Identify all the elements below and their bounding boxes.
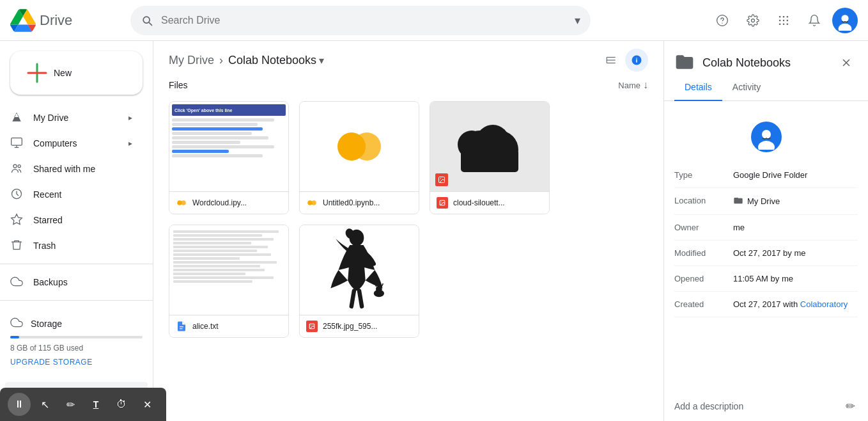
- detail-tabs: Details Activity: [664, 74, 868, 101]
- svg-point-31: [181, 200, 186, 205]
- search-input[interactable]: [161, 15, 567, 26]
- file-footer-255fk: 255fk.jpg_595...: [300, 315, 419, 337]
- svg-point-54: [311, 325, 311, 326]
- sidebar-item-backups-label: Backups: [33, 277, 68, 287]
- detail-panel-close-button[interactable]: [835, 51, 858, 74]
- detail-row-location: Location My Drive: [674, 188, 858, 215]
- list-view-button[interactable]: [600, 49, 623, 72]
- file-name-wordcloud: Wordcloud.ipy...: [192, 198, 282, 207]
- detail-panel: Colab Notebooks Details Activity: [663, 41, 868, 421]
- files-header: Files Name ↓: [169, 79, 648, 91]
- sidebar-item-shared[interactable]: Shared with me: [0, 156, 143, 182]
- info-button[interactable]: [625, 49, 648, 72]
- file-card-cloud[interactable]: cloud-silouett...: [430, 101, 550, 214]
- info-icon: [631, 54, 642, 66]
- sidebar-divider-2: [0, 300, 153, 301]
- file-footer-cloud: cloud-silouett...: [430, 191, 549, 214]
- svg-point-9: [783, 23, 785, 25]
- sort-label: Name: [618, 81, 640, 90]
- edit-description-icon[interactable]: ✏: [843, 397, 858, 416]
- colab-file-icon-1: [176, 197, 187, 209]
- sidebar-item-starred-label: Starred: [33, 215, 63, 225]
- list-view-icon: [605, 54, 617, 66]
- svg-point-12: [841, 15, 848, 22]
- notifications-button[interactable]: [802, 8, 827, 33]
- people-icon: [10, 162, 23, 177]
- file-name-255fk: 255fk.jpg_595...: [323, 322, 412, 331]
- created-link[interactable]: Colaboratory: [800, 299, 848, 309]
- detail-row-type: Type Google Drive Folder: [674, 163, 858, 188]
- sidebar: New My Drive ▸: [0, 41, 153, 421]
- detail-content: Type Google Drive Folder Location My Dri…: [664, 163, 868, 386]
- new-plus-icon: [26, 61, 49, 84]
- file-footer-untitled: Untitled0.ipynb...: [300, 191, 419, 214]
- help-button[interactable]: [709, 8, 735, 33]
- sidebar-item-backups[interactable]: Backups: [0, 269, 143, 295]
- opened-value: 11:05 AM by me: [733, 274, 858, 283]
- toolbar-close-button[interactable]: ✕: [136, 393, 159, 416]
- user-avatar[interactable]: [832, 8, 858, 33]
- new-button[interactable]: New: [10, 51, 143, 95]
- file-thumbnail-cloud: [430, 102, 549, 191]
- apps-button[interactable]: [771, 8, 796, 33]
- storage-title[interactable]: Storage: [10, 316, 143, 331]
- toolbar-cursor-button[interactable]: ↖: [33, 393, 56, 416]
- type-label: Type: [674, 170, 725, 180]
- sidebar-divider: [0, 264, 153, 264]
- toolbar-highlight-button[interactable]: T: [84, 393, 107, 416]
- toolbar-pause-button[interactable]: ⏸: [8, 393, 31, 416]
- close-icon: [841, 57, 852, 68]
- svg-point-35: [311, 200, 316, 205]
- location-label: Location: [674, 196, 725, 207]
- toolbar-pen-button[interactable]: ✏: [59, 393, 82, 416]
- logo-text: Drive: [40, 12, 72, 29]
- file-card-255fk[interactable]: 255fk.jpg_595...: [299, 225, 419, 338]
- detail-panel-header: Colab Notebooks: [664, 41, 868, 74]
- storage-cloud-icon: [10, 316, 23, 331]
- tab-activity[interactable]: Activity: [722, 74, 771, 101]
- sidebar-item-recent[interactable]: Recent: [0, 182, 143, 207]
- settings-button[interactable]: [740, 8, 766, 33]
- file-grid: Click 'Open' above this line: [169, 101, 648, 338]
- logo-area: Drive: [10, 8, 125, 33]
- tab-activity-label: Activity: [732, 82, 761, 92]
- expand-icon: ▸: [128, 113, 132, 122]
- multicolor-plus-icon: [26, 61, 49, 84]
- svg-point-7: [787, 19, 789, 21]
- breadcrumb-current[interactable]: Colab Notebooks ▾: [228, 54, 324, 67]
- svg-point-44: [441, 202, 442, 202]
- files-title: Files: [169, 80, 188, 90]
- colab-logo-large: [334, 121, 385, 172]
- sidebar-item-starred[interactable]: Starred: [0, 207, 143, 233]
- storage-bar-bg: [10, 336, 143, 338]
- svg-point-42: [440, 179, 442, 180]
- sidebar-item-computers-label: Computers: [33, 138, 77, 148]
- file-card-wordcloud[interactable]: Click 'Open' above this line: [169, 101, 289, 214]
- file-card-untitled[interactable]: Untitled0.ipynb...: [299, 101, 419, 214]
- tab-details[interactable]: Details: [674, 74, 722, 101]
- new-button-label: New: [54, 68, 72, 78]
- detail-folder-icon: [674, 52, 695, 74]
- modified-value: Oct 27, 2017 by me: [733, 248, 858, 258]
- sidebar-item-trash[interactable]: Trash: [0, 233, 143, 258]
- upgrade-storage-link[interactable]: UPGRADE STORAGE: [10, 358, 143, 367]
- search-bar[interactable]: ▾: [130, 6, 591, 35]
- file-card-alice-txt[interactable]: alice.txt: [169, 225, 289, 338]
- toolbar-timer-button[interactable]: ⏱: [110, 393, 133, 416]
- type-value: Google Drive Folder: [733, 170, 858, 180]
- svg-point-19: [13, 164, 17, 168]
- breadcrumb-parent-link[interactable]: My Drive: [169, 54, 214, 67]
- detail-owner-avatar: [751, 122, 782, 152]
- sidebar-item-my-drive-label: My Drive: [33, 113, 68, 123]
- sidebar-item-computers[interactable]: Computers ▸: [0, 131, 143, 156]
- main-content: My Drive › Colab Notebooks ▾: [153, 41, 663, 421]
- add-description-area: Add a description ✏: [664, 386, 868, 421]
- sort-button[interactable]: Name ↓: [618, 79, 648, 91]
- svg-point-5: [779, 19, 781, 21]
- sidebar-item-my-drive[interactable]: My Drive ▸: [0, 105, 143, 131]
- search-chevron-icon[interactable]: ▾: [575, 13, 580, 28]
- search-icon: [141, 14, 153, 27]
- svg-rect-40: [461, 150, 518, 172]
- txt-file-icon: [176, 321, 187, 332]
- files-section: Files Name ↓ Click 'Open' above this lin…: [153, 79, 663, 338]
